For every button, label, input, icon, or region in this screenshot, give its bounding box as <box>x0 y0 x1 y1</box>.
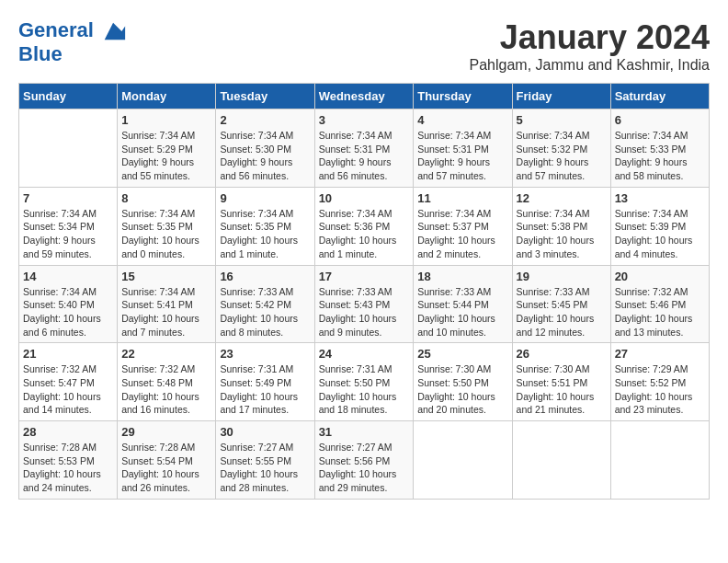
day-number: 11 <box>417 191 507 205</box>
day-number: 30 <box>220 425 310 439</box>
svg-marker-0 <box>105 23 125 40</box>
day-number: 23 <box>220 347 310 361</box>
calendar-cell <box>19 109 118 188</box>
column-header-sunday: Sunday <box>19 84 118 109</box>
month-title: January 2024 <box>470 18 710 57</box>
title-block: January 2024 Pahlgam, Jammu and Kashmir,… <box>470 18 710 74</box>
calendar-cell: 20Sunrise: 7:32 AMSunset: 5:46 PMDayligh… <box>610 265 709 343</box>
calendar-cell: 14Sunrise: 7:34 AMSunset: 5:40 PMDayligh… <box>19 265 118 343</box>
day-number: 22 <box>121 347 211 361</box>
calendar-cell: 9Sunrise: 7:34 AMSunset: 5:35 PMDaylight… <box>216 187 314 265</box>
day-info: Sunrise: 7:34 AMSunset: 5:32 PMDaylight:… <box>517 129 607 183</box>
logo-text: General <box>18 18 127 44</box>
day-number: 19 <box>517 270 607 283</box>
day-number: 24 <box>319 347 410 361</box>
calendar-cell: 29Sunrise: 7:28 AMSunset: 5:54 PMDayligh… <box>118 421 216 500</box>
day-info: Sunrise: 7:28 AMSunset: 5:53 PMDaylight:… <box>23 441 113 495</box>
day-info: Sunrise: 7:34 AMSunset: 5:29 PMDaylight:… <box>121 129 211 183</box>
day-info: Sunrise: 7:28 AMSunset: 5:54 PMDaylight:… <box>121 441 211 495</box>
day-info: Sunrise: 7:34 AMSunset: 5:40 PMDaylight:… <box>23 285 113 339</box>
calendar-cell: 3Sunrise: 7:34 AMSunset: 5:31 PMDaylight… <box>314 109 414 188</box>
day-info: Sunrise: 7:31 AMSunset: 5:49 PMDaylight:… <box>220 362 310 417</box>
calendar-cell: 28Sunrise: 7:28 AMSunset: 5:53 PMDayligh… <box>19 421 118 500</box>
calendar-cell: 13Sunrise: 7:34 AMSunset: 5:39 PMDayligh… <box>610 187 709 265</box>
day-info: Sunrise: 7:34 AMSunset: 5:39 PMDaylight:… <box>615 207 705 261</box>
day-info: Sunrise: 7:33 AMSunset: 5:43 PMDaylight:… <box>319 285 410 339</box>
calendar-table: SundayMondayTuesdayWednesdayThursdayFrid… <box>18 83 710 500</box>
day-info: Sunrise: 7:34 AMSunset: 5:36 PMDaylight:… <box>319 207 410 261</box>
day-info: Sunrise: 7:34 AMSunset: 5:37 PMDaylight:… <box>417 207 507 261</box>
calendar-cell <box>512 421 610 500</box>
day-number: 20 <box>615 270 705 283</box>
calendar-cell <box>610 421 709 500</box>
day-number: 4 <box>417 113 507 127</box>
day-number: 10 <box>319 191 410 205</box>
calendar-cell: 12Sunrise: 7:34 AMSunset: 5:38 PMDayligh… <box>512 187 610 265</box>
day-number: 25 <box>417 347 507 361</box>
calendar-cell: 17Sunrise: 7:33 AMSunset: 5:43 PMDayligh… <box>314 265 414 343</box>
day-number: 31 <box>319 425 410 439</box>
day-number: 1 <box>121 113 211 127</box>
day-number: 12 <box>517 191 607 205</box>
day-info: Sunrise: 7:33 AMSunset: 5:44 PMDaylight:… <box>417 285 507 339</box>
day-number: 5 <box>517 113 607 127</box>
day-info: Sunrise: 7:34 AMSunset: 5:31 PMDaylight:… <box>417 129 507 183</box>
logo-line2: Blue <box>18 44 127 64</box>
calendar-cell: 18Sunrise: 7:33 AMSunset: 5:44 PMDayligh… <box>414 265 512 343</box>
calendar-cell: 10Sunrise: 7:34 AMSunset: 5:36 PMDayligh… <box>314 187 414 265</box>
calendar-cell: 7Sunrise: 7:34 AMSunset: 5:34 PMDaylight… <box>19 187 118 265</box>
day-number: 7 <box>23 191 113 205</box>
page-header: General Blue January 2024 Pahlgam, Jammu… <box>18 18 710 74</box>
column-header-saturday: Saturday <box>610 84 709 109</box>
calendar-cell: 25Sunrise: 7:30 AMSunset: 5:50 PMDayligh… <box>414 343 512 421</box>
calendar-cell: 19Sunrise: 7:33 AMSunset: 5:45 PMDayligh… <box>512 265 610 343</box>
day-number: 6 <box>615 113 705 127</box>
day-number: 16 <box>220 270 310 283</box>
column-header-wednesday: Wednesday <box>314 84 414 109</box>
day-number: 29 <box>121 425 211 439</box>
calendar-cell: 16Sunrise: 7:33 AMSunset: 5:42 PMDayligh… <box>216 265 314 343</box>
day-number: 2 <box>220 113 310 127</box>
logo: General Blue <box>18 18 127 64</box>
column-header-thursday: Thursday <box>414 84 512 109</box>
day-info: Sunrise: 7:34 AMSunset: 5:35 PMDaylight:… <box>121 207 211 261</box>
day-number: 27 <box>615 347 705 361</box>
day-info: Sunrise: 7:34 AMSunset: 5:38 PMDaylight:… <box>517 207 607 261</box>
day-info: Sunrise: 7:27 AMSunset: 5:55 PMDaylight:… <box>220 441 310 495</box>
calendar-week-1: 1Sunrise: 7:34 AMSunset: 5:29 PMDaylight… <box>19 109 710 188</box>
day-number: 13 <box>615 191 705 205</box>
day-info: Sunrise: 7:32 AMSunset: 5:47 PMDaylight:… <box>23 362 113 417</box>
day-info: Sunrise: 7:34 AMSunset: 5:34 PMDaylight:… <box>23 207 113 261</box>
calendar-cell: 24Sunrise: 7:31 AMSunset: 5:50 PMDayligh… <box>314 343 414 421</box>
calendar-cell: 27Sunrise: 7:29 AMSunset: 5:52 PMDayligh… <box>610 343 709 421</box>
calendar-cell: 11Sunrise: 7:34 AMSunset: 5:37 PMDayligh… <box>414 187 512 265</box>
calendar-cell: 1Sunrise: 7:34 AMSunset: 5:29 PMDaylight… <box>118 109 216 188</box>
day-info: Sunrise: 7:33 AMSunset: 5:42 PMDaylight:… <box>220 285 310 339</box>
calendar-cell: 2Sunrise: 7:34 AMSunset: 5:30 PMDaylight… <box>216 109 314 188</box>
column-header-friday: Friday <box>512 84 610 109</box>
calendar-cell: 31Sunrise: 7:27 AMSunset: 5:56 PMDayligh… <box>314 421 414 500</box>
calendar-cell: 5Sunrise: 7:34 AMSunset: 5:32 PMDaylight… <box>512 109 610 188</box>
calendar-cell: 26Sunrise: 7:30 AMSunset: 5:51 PMDayligh… <box>512 343 610 421</box>
day-info: Sunrise: 7:34 AMSunset: 5:41 PMDaylight:… <box>121 285 211 339</box>
calendar-cell: 30Sunrise: 7:27 AMSunset: 5:55 PMDayligh… <box>216 421 314 500</box>
day-number: 8 <box>121 191 211 205</box>
day-number: 17 <box>319 270 410 283</box>
day-info: Sunrise: 7:31 AMSunset: 5:50 PMDaylight:… <box>319 362 410 417</box>
day-info: Sunrise: 7:30 AMSunset: 5:50 PMDaylight:… <box>417 362 507 417</box>
day-info: Sunrise: 7:34 AMSunset: 5:33 PMDaylight:… <box>615 129 705 183</box>
calendar-cell: 22Sunrise: 7:32 AMSunset: 5:48 PMDayligh… <box>118 343 216 421</box>
day-info: Sunrise: 7:33 AMSunset: 5:45 PMDaylight:… <box>517 285 607 339</box>
calendar-cell: 6Sunrise: 7:34 AMSunset: 5:33 PMDaylight… <box>610 109 709 188</box>
day-info: Sunrise: 7:27 AMSunset: 5:56 PMDaylight:… <box>319 441 410 495</box>
day-info: Sunrise: 7:34 AMSunset: 5:35 PMDaylight:… <box>220 207 310 261</box>
day-info: Sunrise: 7:29 AMSunset: 5:52 PMDaylight:… <box>615 362 705 417</box>
calendar-week-4: 21Sunrise: 7:32 AMSunset: 5:47 PMDayligh… <box>19 343 710 421</box>
calendar-week-2: 7Sunrise: 7:34 AMSunset: 5:34 PMDaylight… <box>19 187 710 265</box>
calendar-header-row: SundayMondayTuesdayWednesdayThursdayFrid… <box>19 84 710 109</box>
subtitle: Pahlgam, Jammu and Kashmir, India <box>470 57 710 74</box>
day-info: Sunrise: 7:30 AMSunset: 5:51 PMDaylight:… <box>517 362 607 417</box>
day-number: 9 <box>220 191 310 205</box>
calendar-body: 1Sunrise: 7:34 AMSunset: 5:29 PMDaylight… <box>19 109 710 500</box>
day-info: Sunrise: 7:34 AMSunset: 5:30 PMDaylight:… <box>220 129 310 183</box>
